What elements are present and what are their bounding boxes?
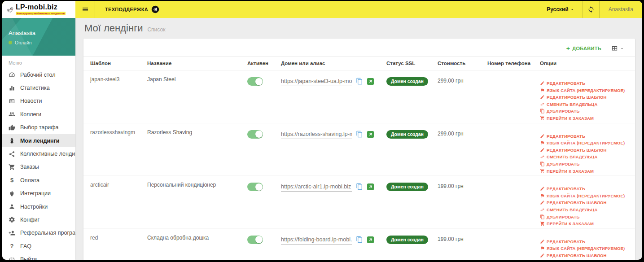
option-change-owner[interactable]: СМЕНИТЬ ВЛАДЕЛЬЦА xyxy=(540,102,631,107)
copy-domain-icon[interactable] xyxy=(356,183,363,190)
colleagues-icon xyxy=(9,111,15,118)
sidebar-item-referral[interactable]: Реферальная программа xyxy=(2,227,75,240)
logo[interactable]: LP-mobi.biz Конструктор мобильных лендин… xyxy=(2,1,75,18)
add-landing-label: ДОБАВИТЬ xyxy=(572,46,601,51)
template-cell: razorlessshavingm xyxy=(83,123,140,176)
topbar-username[interactable]: Anastasiia xyxy=(600,1,642,18)
column-header: Статус SSL xyxy=(380,57,431,70)
sidebar-item-statistics[interactable]: Статистика xyxy=(2,81,75,94)
option-change-owner[interactable]: СМЕНИТЬ ВЛАДЕЛЬЦА xyxy=(540,154,631,159)
sidebar-item-settings[interactable]: Настройки xyxy=(2,200,75,213)
tariff-icon xyxy=(9,124,15,131)
news-icon xyxy=(9,98,15,105)
refresh-button[interactable] xyxy=(583,1,600,18)
option-go-to-orders[interactable]: ПЕРЕЙТИ К ЗАКАЗАМ xyxy=(540,169,631,174)
option-duplicate[interactable]: ДУБЛИРОВАТЬ xyxy=(540,214,631,219)
option-edit-template[interactable]: РЕДАКТИРОВАТЬ ШАБЛОН xyxy=(540,200,631,205)
sidebar-item-news[interactable]: Новости xyxy=(2,95,75,108)
open-site-icon[interactable] xyxy=(367,78,374,85)
landings-card: + ДОБАВИТЬ ШаблонНазваниеАктивенДомен ил… xyxy=(83,39,635,260)
logo-dog-icon xyxy=(7,6,13,13)
sidebar-toggle-button[interactable] xyxy=(75,1,95,18)
question-icon: ? xyxy=(9,243,15,249)
option-site-language[interactable]: ЯЗЫК САЙТА (НЕРЕДАКТИРУЕМОЕ) xyxy=(540,193,631,198)
support-button[interactable]: ТЕХПОДДЕРЖКА xyxy=(95,1,169,18)
copy-domain-icon[interactable] xyxy=(356,78,363,85)
option-duplicate[interactable]: ДУБЛИРОВАТЬ xyxy=(540,109,631,114)
page-subtitle: Список xyxy=(147,26,165,33)
copy-domain-icon[interactable] xyxy=(356,236,363,243)
add-landing-button[interactable]: + ДОБАВИТЬ xyxy=(566,45,601,52)
sidebar-item-tariff[interactable]: Выбор тарифа xyxy=(2,121,75,134)
active-toggle[interactable] xyxy=(247,77,263,86)
cart-icon xyxy=(540,169,545,174)
template-cell: japan-steel3 xyxy=(83,70,140,123)
main-content: Мої лендінги Список + ДОБАВИТЬ xyxy=(75,18,642,260)
sidebar: Anastasiia Онлайн Меню Рабочий стол Стат… xyxy=(2,18,75,260)
support-label: ТЕХПОДДЕРЖКА xyxy=(105,7,148,12)
column-header: Опции xyxy=(533,57,635,70)
landings-table: ШаблонНазваниеАктивенДомен или алиасСтат… xyxy=(83,56,635,260)
option-duplicate[interactable]: ДУБЛИРОВАТЬ xyxy=(540,162,631,166)
landings-table-body: japan-steel3 Japan Steel Домен создан 29… xyxy=(83,70,635,260)
domain-input[interactable] xyxy=(281,235,352,245)
option-site-language[interactable]: ЯЗЫК САЙТА (НЕРЕДАКТИРУЕМОЕ) xyxy=(540,140,631,145)
option-edit-template[interactable]: РЕДАКТИРОВАТЬ ШАБЛОН xyxy=(540,95,631,100)
dashboard-icon xyxy=(9,71,15,78)
sidebar-item-my-landings[interactable]: Мои лендинги xyxy=(2,134,75,147)
hamburger-icon xyxy=(82,6,89,13)
option-go-to-orders[interactable]: ПЕРЕЙТИ К ЗАКАЗАМ xyxy=(540,116,631,121)
sidebar-item-payment[interactable]: $ Оплата xyxy=(2,174,75,187)
option-change-owner[interactable]: СМЕНИТЬ ВЛАДЕЛЬЦА xyxy=(540,207,631,212)
sidebar-item-logout[interactable]: Выйти xyxy=(2,253,75,260)
active-toggle[interactable] xyxy=(247,236,263,244)
edit-icon xyxy=(540,239,545,244)
plug-icon xyxy=(9,190,15,197)
sidebar-item-config[interactable]: Конфиг xyxy=(2,213,75,226)
sidebar-item-faq[interactable]: ? FAQ xyxy=(2,240,75,253)
option-site-language[interactable]: ЯЗЫК САЙТА (НЕРЕДАКТИРУЕМОЕ) xyxy=(540,88,631,93)
table-row: arcticair Персональний кондиціонер Домен… xyxy=(83,176,635,229)
option-edit-template[interactable]: РЕДАКТИРОВАТЬ ШАБЛОН xyxy=(540,148,631,153)
menu-section-label: Меню xyxy=(2,56,75,68)
domain-input[interactable] xyxy=(281,129,352,139)
language-label: Русский xyxy=(547,6,569,13)
options-cell-links: РЕДАКТИРОВАТЬ ЯЗЫК САЙТА (НЕРЕДАКТИРУЕМО… xyxy=(540,182,631,226)
active-toggle[interactable] xyxy=(247,183,263,191)
table-view-button[interactable] xyxy=(611,45,624,52)
telegram-icon xyxy=(151,5,159,13)
option-edit[interactable]: РЕДАКТИРОВАТЬ xyxy=(540,186,631,191)
open-site-icon[interactable] xyxy=(367,183,374,190)
power-icon xyxy=(9,256,15,260)
language-selector[interactable]: Русский xyxy=(539,1,583,18)
active-toggle[interactable] xyxy=(247,130,263,139)
domain-input[interactable] xyxy=(281,76,352,86)
sidebar-item-collective-landings[interactable]: Коллективные лендинги xyxy=(2,147,75,160)
open-site-icon[interactable] xyxy=(367,236,374,243)
copy-domain-icon[interactable] xyxy=(356,131,363,138)
edit-icon xyxy=(540,134,545,139)
phone-cell xyxy=(481,123,533,176)
sidebar-item-integrations[interactable]: Интеграции xyxy=(2,187,75,200)
online-status-dot xyxy=(9,41,12,44)
sidebar-item-orders[interactable]: Заказы xyxy=(2,161,75,174)
options-cell-links: РЕДАКТИРОВАТЬ ЯЗЫК САЙТА (НЕРЕДАКТИРУЕМО… xyxy=(540,129,631,174)
open-site-icon[interactable] xyxy=(367,131,374,138)
flag-icon xyxy=(540,193,545,198)
sidebar-item-dashboard[interactable]: Рабочий стол xyxy=(2,68,75,81)
flag-icon xyxy=(540,88,545,93)
options-cell-links: РЕДАКТИРОВАТЬ ЯЗЫК САЙТА (НЕРЕДАКТИРУЕМО… xyxy=(540,235,631,260)
table-row: japan-steel3 Japan Steel Домен создан 29… xyxy=(83,70,635,123)
option-site-language[interactable]: ЯЗЫК САЙТА (НЕРЕДАКТИРУЕМОЕ) xyxy=(540,246,631,251)
option-edit-template[interactable]: РЕДАКТИРОВАТЬ ШАБЛОН xyxy=(540,253,631,258)
name-cell: Japan Steel xyxy=(140,70,241,123)
column-header: Домен или алиас xyxy=(274,57,380,70)
price-cell: 299.00 грн xyxy=(431,123,481,176)
option-edit[interactable]: РЕДАКТИРОВАТЬ xyxy=(540,134,631,139)
table-row: razorlessshavingm Razorless Shaving Доме… xyxy=(83,123,635,176)
option-go-to-orders[interactable]: ПЕРЕЙТИ К ЗАКАЗАМ xyxy=(540,221,631,226)
option-edit[interactable]: РЕДАКТИРОВАТЬ xyxy=(540,239,631,244)
option-edit[interactable]: РЕДАКТИРОВАТЬ xyxy=(540,81,631,86)
sidebar-item-colleagues[interactable]: Коллеги xyxy=(2,108,75,121)
domain-input[interactable] xyxy=(281,182,352,192)
